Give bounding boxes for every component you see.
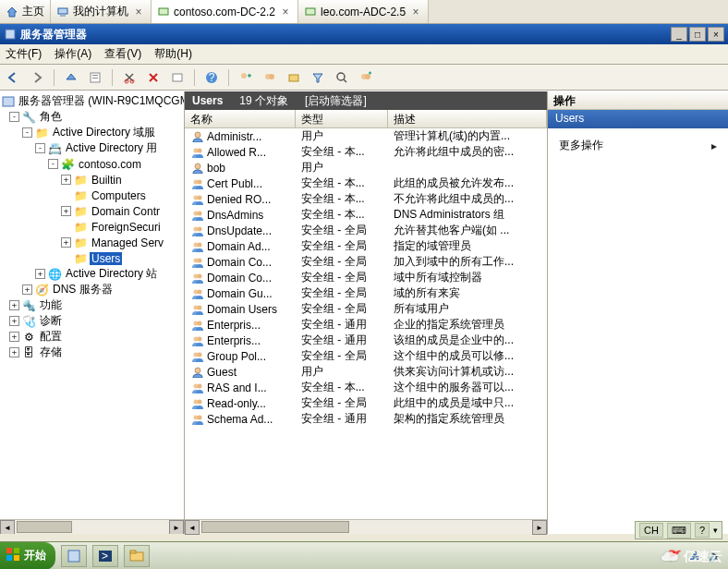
list-row[interactable]: Enterpris...安全组 - 通用该组的成员是企业中的...	[185, 333, 547, 348]
tree-computers[interactable]: 📁Computers	[2, 188, 184, 203]
tray-network-icon[interactable]: 🖧	[687, 549, 702, 563]
list-row[interactable]: Administr...用户管理计算机(域)的内置...	[185, 128, 547, 144]
expander-icon[interactable]: +	[9, 332, 19, 342]
cut-button[interactable]	[120, 68, 139, 87]
list-row[interactable]: Domain Users安全组 - 全局所有域用户	[185, 301, 547, 317]
list-row[interactable]: Schema Ad...安全组 - 通用架构的指定系统管理员	[185, 411, 547, 427]
tree-adsites[interactable]: +🌐Active Directory 站	[2, 266, 184, 282]
tree-storage[interactable]: +🗄存储	[2, 345, 184, 360]
tab-close-icon[interactable]: ×	[279, 6, 292, 18]
expander-icon[interactable]: +	[61, 237, 71, 248]
tree-roles[interactable]: -🔧角色	[2, 109, 184, 125]
list-row[interactable]: bob用户	[185, 160, 547, 176]
content-filter-link[interactable]: [启动筛选器]	[305, 93, 367, 109]
menu-file[interactable]: 文件(F)	[6, 46, 42, 62]
ime-help-icon[interactable]: ?	[695, 523, 710, 538]
forward-button[interactable]	[28, 68, 46, 87]
add-to-group-button[interactable]	[357, 68, 375, 87]
expander-icon[interactable]: -	[35, 143, 45, 153]
tree-scrollbar[interactable]: ◄ ►	[0, 519, 184, 534]
expander-icon[interactable]: -	[48, 159, 58, 169]
expander-icon[interactable]: -	[9, 112, 19, 122]
column-header-desc[interactable]: 描述	[388, 110, 547, 127]
tree-config[interactable]: +⚙配置	[2, 329, 184, 345]
up-button[interactable]	[62, 68, 80, 87]
scroll-right-button[interactable]: ►	[532, 520, 547, 535]
ime-lang[interactable]: CH	[639, 523, 663, 538]
ime-keyboard-icon[interactable]: ⌨	[667, 523, 691, 539]
menu-action[interactable]: 操作(A)	[55, 46, 91, 62]
menu-view[interactable]: 查看(V)	[104, 46, 141, 62]
ime-bar[interactable]: CH ⌨ ? ▾	[635, 521, 722, 539]
close-button[interactable]: ×	[708, 27, 724, 42]
tree-managed[interactable]: +📁Managed Serv	[2, 235, 184, 250]
help-button[interactable]: ?	[202, 68, 221, 87]
expander-icon[interactable]: +	[35, 269, 45, 279]
ad-new-ou-button[interactable]	[285, 68, 303, 87]
tree-feature[interactable]: +🔩功能	[2, 297, 184, 313]
ime-options-icon[interactable]: ▾	[713, 526, 718, 535]
tab-dc[interactable]: contoso.com-DC-2.2 ×	[152, 0, 298, 23]
list-row[interactable]: Denied RO...安全组 - 本...不允许将此组中成员的...	[185, 191, 547, 207]
list-row[interactable]: Domain Co...安全组 - 全局加入到域中的所有工作...	[185, 254, 547, 270]
tree-domaincontrollers[interactable]: +📁Domain Contr	[2, 203, 184, 219]
scroll-thumb[interactable]	[17, 521, 72, 533]
column-header-name[interactable]: 名称	[185, 110, 296, 127]
maximize-button[interactable]: □	[689, 27, 706, 42]
list-row[interactable]: DnsAdmins安全组 - 本...DNS Administrators 组	[185, 207, 547, 223]
list-row[interactable]: Allowed R...安全组 - 本...允许将此组中成员的密...	[185, 144, 547, 160]
minimize-button[interactable]: _	[671, 27, 687, 42]
expander-icon[interactable]: +	[9, 300, 19, 310]
list-row[interactable]: Domain Ad...安全组 - 全局指定的域管理员	[185, 238, 547, 254]
tab-close-icon[interactable]: ×	[132, 6, 145, 18]
list-row[interactable]: DnsUpdate...安全组 - 全局允许替其他客户端(如 ...	[185, 223, 547, 238]
actions-more[interactable]: 更多操作 ▸	[555, 134, 721, 157]
tree-adds[interactable]: -📁Active Directory 域服	[2, 125, 184, 140]
delete-button[interactable]	[144, 68, 163, 87]
scroll-left-button[interactable]: ◄	[0, 520, 15, 534]
find-button[interactable]	[333, 68, 351, 87]
tray-flag-icon[interactable]: 🚩	[667, 549, 682, 563]
tree-root[interactable]: 服务器管理器 (WIN-R9C1MQCGM3	[2, 93, 184, 109]
tree-users[interactable]: 📁Users	[2, 250, 184, 266]
list-row[interactable]: Domain Gu...安全组 - 全局域的所有来宾	[185, 285, 547, 301]
ad-new-user-button[interactable]	[237, 68, 255, 87]
tree-dns[interactable]: +🧭DNS 服务器	[2, 282, 184, 297]
column-header-type[interactable]: 类型	[296, 110, 388, 127]
task-powershell[interactable]: >	[92, 545, 118, 567]
tree-domain[interactable]: -🧩contoso.com	[2, 156, 184, 172]
list-row[interactable]: Guest用户供来宾访问计算机或访...	[185, 364, 547, 380]
tree-foreign[interactable]: 📁ForeignSecuri	[2, 219, 184, 235]
tab-home[interactable]: 主页	[0, 0, 51, 23]
expander-icon[interactable]: +	[9, 316, 19, 326]
tree-diag[interactable]: +🩺诊断	[2, 313, 184, 329]
list-row[interactable]: Domain Co...安全组 - 全局域中所有域控制器	[185, 270, 547, 285]
list-row[interactable]: Read-only...安全组 - 全局此组中的成员是域中只...	[185, 395, 547, 411]
properties-button[interactable]	[86, 68, 104, 87]
tray-sound-icon[interactable]: 🔈	[708, 549, 722, 563]
tree-builtin[interactable]: +📁Builtin	[2, 172, 184, 188]
expander-icon[interactable]: +	[61, 206, 71, 216]
scroll-right-button[interactable]: ►	[169, 520, 184, 534]
filter-button[interactable]	[309, 68, 327, 87]
props2-button[interactable]	[168, 68, 187, 87]
back-button[interactable]	[4, 68, 22, 87]
tree-adusers[interactable]: -📇Active Directory 用	[2, 140, 184, 156]
scroll-left-button[interactable]: ◄	[185, 520, 200, 535]
expander-icon[interactable]: -	[22, 127, 32, 138]
ad-new-group-button[interactable]	[261, 68, 279, 87]
tab-close-icon[interactable]: ×	[409, 6, 422, 18]
task-server-manager[interactable]	[61, 545, 87, 567]
menu-help[interactable]: 帮助(H)	[154, 46, 192, 62]
list-row[interactable]: RAS and I...安全组 - 本...这个组中的服务器可以...	[185, 380, 547, 395]
task-explorer[interactable]	[124, 545, 150, 567]
tab-adc[interactable]: leo.com-ADC-2.5 ×	[298, 0, 429, 23]
expander-icon[interactable]: +	[61, 175, 71, 185]
start-button[interactable]: 开始	[0, 542, 55, 570]
list-row[interactable]: Cert Publ...安全组 - 本...此组的成员被允许发布...	[185, 176, 547, 191]
list-row[interactable]: Group Pol...安全组 - 全局这个组中的成员可以修...	[185, 348, 547, 364]
scroll-thumb[interactable]	[201, 521, 349, 533]
content-scrollbar[interactable]: ◄ ►	[185, 519, 547, 534]
tab-mycomputer[interactable]: 我的计算机 ×	[51, 0, 152, 23]
expander-icon[interactable]: +	[22, 284, 32, 295]
